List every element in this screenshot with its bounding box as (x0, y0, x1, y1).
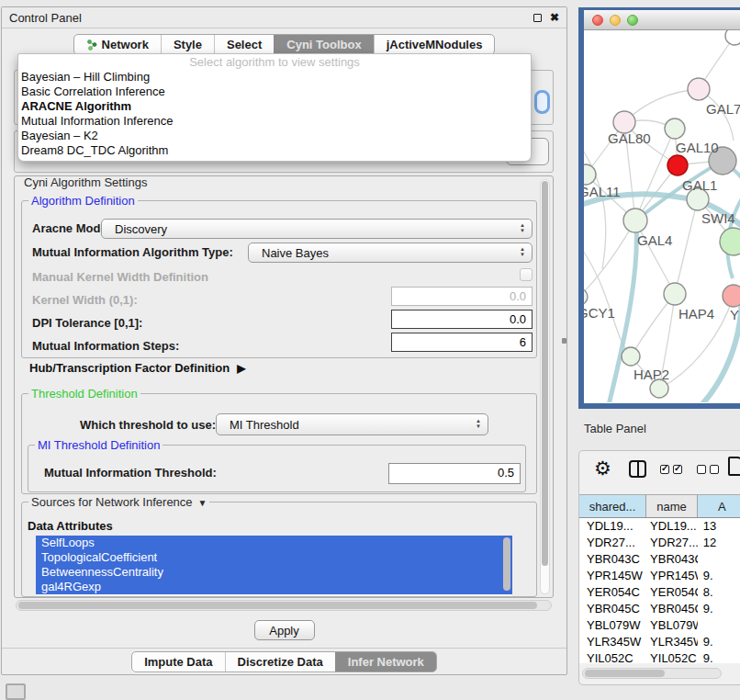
algorithm-option-mutual-information-inference[interactable]: Mutual Information Inference (18, 114, 531, 129)
table-cell[interactable] (698, 551, 740, 568)
table-row[interactable]: YDR27...YDR27...12 (579, 535, 740, 551)
table-cell[interactable]: YBL079W (579, 617, 646, 634)
table-cell[interactable]: YIL052C (579, 650, 646, 663)
table-cell[interactable]: YBR043C (579, 551, 646, 568)
table-cell[interactable]: YLR345W (646, 634, 698, 650)
attribute-item-selfloops[interactable]: SelfLoops (36, 536, 512, 550)
attribute-item-gal4rgexp[interactable]: gal4RGexp (36, 580, 512, 594)
network-node-gal11[interactable] (584, 164, 596, 185)
table-cell[interactable]: YDR27... (579, 535, 646, 551)
tab-jactivemnodules[interactable]: jActiveMNodules (374, 35, 495, 54)
mi-steps-input[interactable]: 6 (391, 333, 533, 352)
table-horizontal-scrollbar-thumb[interactable] (585, 670, 665, 677)
algorithm-option-dream8-dc-tdc-algorithm[interactable]: Dream8 DC_TDC Algorithm (18, 143, 531, 158)
table-cell[interactable]: YLR345W (579, 634, 646, 650)
minimize-traffic-light-icon[interactable] (610, 15, 621, 26)
network-node-y[interactable] (723, 285, 740, 307)
column-header-name[interactable]: name (646, 495, 698, 517)
tab-infer-network[interactable]: Infer Network (335, 652, 436, 672)
settings-vertical-scrollbar[interactable] (540, 179, 550, 594)
table-row[interactable]: YLR345WYLR345W9. (579, 634, 740, 650)
deselect-all-columns-icon[interactable] (697, 465, 719, 474)
network-node-hap2[interactable] (622, 347, 640, 366)
table-cell[interactable]: YDL19... (646, 518, 698, 535)
table-cell[interactable] (698, 617, 740, 634)
mi-threshold-input[interactable]: 0.5 (388, 463, 521, 484)
network-window-titlebar[interactable] (584, 10, 740, 30)
algorithm-option-aracne-algorithm[interactable]: ARACNE Algorithm (18, 99, 531, 114)
table-cell[interactable]: YDL19... (579, 518, 646, 535)
apply-button[interactable]: Apply (254, 620, 315, 640)
network-node[interactable] (720, 228, 740, 255)
column-header-shared[interactable]: shared... (579, 495, 646, 517)
table-cell[interactable]: 12 (698, 535, 740, 551)
table-cell[interactable]: YER054C (646, 584, 698, 601)
mi-algorithm-type-select[interactable]: Naive Bayes ▲▼ (248, 243, 533, 263)
table-cell[interactable]: YDR27... (646, 535, 698, 551)
algorithm-option-bayesian-k2[interactable]: Bayesian – K2 (18, 129, 531, 143)
hub-transcription-factor-section[interactable]: Hub/Transcription Factor Definition▶ (29, 361, 245, 375)
network-node-gal7[interactable] (688, 78, 710, 100)
table-cell[interactable]: 8. (698, 584, 740, 601)
select-all-columns-icon[interactable] (660, 465, 682, 474)
table-cell[interactable]: 9. (698, 634, 740, 650)
network-canvas[interactable]: GAL7GAL80GAL10GAL1GAL11SWI4GAL4GCY1HAP4Y… (584, 30, 740, 402)
table-cell[interactable]: YPR145W (646, 568, 698, 584)
network-node-gal1[interactable] (667, 155, 688, 175)
collapse-down-icon[interactable]: ▼ (198, 498, 207, 508)
list-scrollbar-thumb[interactable] (503, 537, 510, 591)
attribute-item-topologicalcoefficient[interactable]: TopologicalCoefficient (36, 550, 512, 565)
data-attributes-list[interactable]: SelfLoopsTopologicalCoefficientBetweenne… (36, 536, 512, 596)
settings-horizontal-scrollbar-thumb[interactable] (18, 602, 537, 609)
table-row[interactable]: YBL079WYBL079W (579, 617, 740, 634)
table-row[interactable]: YIL052CYIL052C9. (579, 650, 740, 663)
table-cell[interactable]: YER054C (579, 584, 646, 601)
network-node[interactable] (650, 379, 668, 398)
network-node-hap4[interactable] (664, 283, 686, 305)
split-resize-handle[interactable] (562, 338, 566, 344)
table-row[interactable]: YER054CYER054C8. (579, 584, 740, 601)
settings-vertical-scrollbar-thumb[interactable] (542, 181, 548, 566)
table-row[interactable]: YDL19...YDL19...13 (579, 518, 740, 535)
expand-right-icon[interactable]: ▶ (237, 362, 245, 375)
algorithm-option-basic-correlation-inference[interactable]: Basic Correlation Inference (18, 85, 531, 99)
tab-select[interactable]: Select (214, 35, 274, 54)
file-icon[interactable] (728, 457, 740, 476)
table-cell[interactable]: 9. (698, 650, 740, 663)
gear-icon[interactable]: ⚙ (594, 457, 611, 480)
columns-icon[interactable] (629, 460, 646, 478)
close-icon[interactable]: ✖ (550, 12, 559, 23)
algorithm-combobox-fragment[interactable] (534, 90, 550, 114)
network-node[interactable] (725, 30, 740, 45)
algorithm-option-bayesian-hill-climbing[interactable]: Bayesian – Hill Climbing (18, 70, 531, 85)
table-row[interactable]: YBR045CYBR045C9. (579, 601, 740, 617)
network-node-gal4[interactable] (623, 209, 647, 232)
float-window-icon[interactable] (533, 14, 542, 22)
tab-cyni-toolbox[interactable]: Cyni Toolbox (274, 35, 373, 54)
table-cell[interactable]: 13 (698, 518, 740, 535)
table-cell[interactable]: YIL052C (646, 650, 698, 663)
table-cell[interactable]: 9. (698, 601, 740, 617)
tab-style[interactable]: Style (161, 35, 214, 54)
table-row[interactable]: YPR145WYPR145W9. (579, 568, 740, 584)
tab-impute-data[interactable]: Impute Data (132, 652, 224, 672)
table-cell[interactable]: YBR045C (579, 601, 646, 617)
column-header-a[interactable]: A (698, 495, 740, 517)
table-horizontal-scrollbar[interactable] (582, 668, 722, 679)
tab-discretize-data[interactable]: Discretize Data (225, 652, 335, 672)
table-cell[interactable]: YPR145W (579, 568, 646, 584)
zoom-traffic-light-icon[interactable] (627, 15, 638, 26)
network-node-gal10[interactable] (665, 119, 685, 139)
close-traffic-light-icon[interactable] (592, 15, 603, 26)
kernel-width-input[interactable]: 0.0 (391, 287, 533, 306)
table-cell[interactable]: YBL079W (646, 617, 698, 634)
aracne-mode-select[interactable]: Discovery ▲▼ (101, 219, 533, 239)
table-cell[interactable]: YBR043C (646, 551, 698, 568)
network-node-gcy1[interactable] (584, 288, 588, 305)
settings-horizontal-scrollbar[interactable] (16, 600, 552, 611)
table-cell[interactable]: 9. (698, 568, 740, 584)
attribute-item-betweennesscentrality[interactable]: BetweennessCentrality (36, 565, 512, 580)
table-cell[interactable]: YBR045C (646, 601, 698, 617)
minimized-panel-icon[interactable] (6, 683, 26, 700)
table-row[interactable]: YBR043CYBR043C (579, 551, 740, 568)
